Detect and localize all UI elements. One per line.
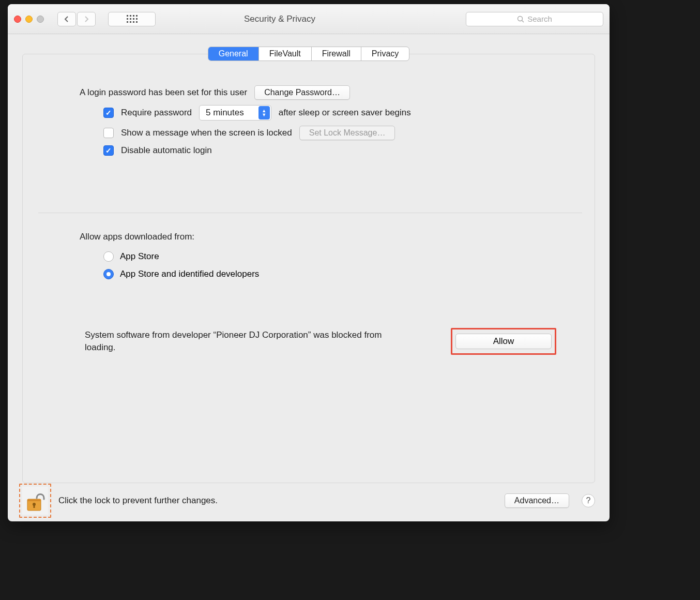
advanced-button[interactable]: Advanced…: [505, 493, 569, 508]
window-title: Security & Privacy: [99, 14, 461, 24]
show-message-row: Show a message when the screen is locked…: [80, 126, 561, 140]
lock-button[interactable]: [22, 487, 48, 515]
login-password-row: A login password has been set for this u…: [80, 85, 561, 100]
allow-highlight: Allow: [451, 328, 556, 355]
window-controls: [14, 16, 44, 23]
disable-auto-login-checkbox[interactable]: [103, 145, 114, 156]
login-password-text: A login password has been set for this u…: [80, 87, 247, 98]
change-password-button[interactable]: Change Password…: [254, 85, 350, 100]
svg-point-0: [518, 16, 523, 21]
segmented-control: General FileVault Firewall Privacy: [208, 47, 410, 61]
forward-button[interactable]: [77, 12, 96, 26]
preferences-window: Security & Privacy Search General FileVa…: [8, 4, 610, 521]
search-input[interactable]: Search: [466, 12, 603, 26]
unlock-icon: [25, 489, 45, 513]
radio-appstore-row: App Store: [80, 251, 561, 262]
radio-appstore-dev-label: App Store and identified developers: [120, 269, 259, 279]
general-panel: A login password has been set for this u…: [22, 54, 595, 483]
search-placeholder: Search: [527, 14, 552, 23]
show-message-label: Show a message when the screen is locked: [121, 128, 292, 138]
radio-appstore-dev[interactable]: [103, 269, 114, 279]
radio-appstore-dev-row: App Store and identified developers: [80, 269, 561, 279]
nav-buttons: [57, 12, 96, 26]
require-password-row: Require password 5 minutes ▲▼ after slee…: [80, 105, 561, 121]
tab-filevault[interactable]: FileVault: [259, 47, 312, 61]
close-icon[interactable]: [14, 16, 21, 23]
radio-appstore[interactable]: [103, 251, 114, 262]
back-button[interactable]: [57, 12, 76, 26]
allow-button[interactable]: Allow: [455, 334, 552, 349]
tab-general[interactable]: General: [208, 47, 259, 61]
divider: [38, 213, 582, 213]
require-password-delay-select[interactable]: 5 minutes ▲▼: [199, 105, 271, 121]
tab-firewall[interactable]: Firewall: [312, 47, 361, 61]
allow-apps-heading: Allow apps downloaded from:: [80, 232, 561, 242]
delay-value: 5 minutes: [206, 108, 244, 118]
blocked-software-row: System software from developer “Pioneer …: [80, 328, 561, 355]
search-icon: [517, 16, 524, 23]
tab-bar: General FileVault Firewall Privacy: [22, 47, 595, 61]
minimize-icon[interactable]: [25, 16, 33, 23]
lock-highlight: [19, 484, 51, 518]
show-message-checkbox[interactable]: [103, 128, 114, 138]
help-button[interactable]: ?: [582, 494, 595, 507]
titlebar: Security & Privacy Search: [8, 4, 610, 34]
require-password-label: Require password: [121, 108, 192, 118]
disable-auto-login-label: Disable automatic login: [121, 145, 212, 156]
blocked-message: System software from developer “Pioneer …: [85, 329, 405, 354]
chevron-updown-icon: ▲▼: [258, 106, 270, 119]
svg-rect-3: [27, 499, 41, 501]
zoom-icon: [37, 16, 44, 23]
content-area: General FileVault Firewall Privacy A log…: [8, 34, 610, 483]
require-password-checkbox[interactable]: [103, 108, 114, 118]
after-sleep-label: after sleep or screen saver begins: [279, 108, 411, 118]
lock-text: Click the lock to prevent further change…: [58, 496, 497, 506]
radio-appstore-label: App Store: [120, 251, 159, 262]
set-lock-message-button: Set Lock Message…: [299, 126, 395, 140]
svg-line-1: [522, 20, 524, 22]
svg-rect-5: [34, 504, 35, 508]
disable-auto-login-row: Disable automatic login: [80, 145, 561, 156]
footer: Click the lock to prevent further change…: [8, 483, 610, 521]
tab-privacy[interactable]: Privacy: [361, 47, 409, 61]
